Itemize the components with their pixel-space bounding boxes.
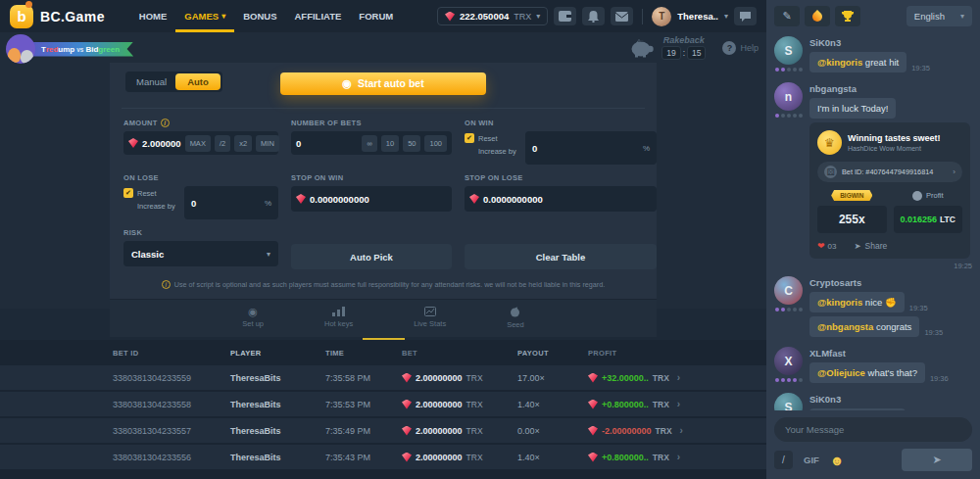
help-button[interactable]: ? Help (722, 41, 759, 55)
auto-pick-button[interactable]: Auto Pick (291, 244, 452, 269)
bets-infinity-button[interactable]: ∞ (362, 135, 376, 152)
avatar[interactable]: n (774, 82, 803, 111)
timer-separator: : (683, 48, 685, 58)
messages-button[interactable] (611, 7, 633, 25)
on-lose-input[interactable]: 0 % (184, 186, 278, 219)
chat-bubble: @Oliejuice what's that? (809, 362, 925, 383)
brand-name: BC.Game (40, 9, 105, 24)
bets-table: BET ID PLAYER TIME BET PAYOUT PROFIT 338… (0, 340, 766, 479)
profit-label: Profit (912, 191, 944, 201)
chevron-right-icon[interactable]: › (677, 452, 680, 462)
slash-command-button[interactable]: / (774, 451, 793, 469)
on-lose-reset-checkbox[interactable]: ✔ (123, 188, 133, 198)
stop-on-win-input[interactable]: 0.0000000000 (291, 186, 452, 212)
bet-id-link[interactable]: ⚄ Bet ID: #4076447949916814 › (817, 162, 962, 182)
bets-50-button[interactable]: 50 (403, 135, 420, 152)
stop-on-win-value: 0.0000000000 (310, 194, 447, 205)
chevron-down-icon[interactable]: ▾ (724, 12, 728, 21)
bets-100-button[interactable]: 100 (424, 135, 447, 152)
game-area: Tredump vs Bidgreen Rakeback 19 : 15 ? (0, 32, 766, 309)
bets-10-button[interactable]: 10 (381, 135, 399, 152)
promo-avatars (6, 34, 35, 64)
col-bet-id: BET ID (113, 349, 230, 358)
manual-mode-button[interactable]: Manual (127, 73, 175, 90)
emoji-button[interactable]: ☻ (830, 454, 845, 467)
chat-bubble-icon (739, 11, 752, 23)
balance-selector[interactable]: 222.050004 TRX ▾ (437, 7, 548, 25)
chat-rules-button[interactable]: ✎ (774, 6, 800, 26)
chevron-right-icon[interactable]: › (677, 399, 680, 409)
chat-username: SiK0n3 (809, 394, 972, 405)
brand-logo[interactable]: b (10, 5, 33, 28)
divider (122, 108, 645, 109)
language-select[interactable]: English ▾ (906, 6, 972, 26)
chat-message-input[interactable] (774, 417, 972, 442)
wallet-button[interactable] (554, 7, 576, 25)
seed-button[interactable]: Seed (507, 307, 524, 329)
gif-button[interactable]: GIF (804, 455, 819, 465)
nav-bonus[interactable]: BONUS (234, 0, 285, 32)
increase-by-label: Increase by (137, 202, 178, 211)
nav-forum[interactable]: FORUM (350, 0, 402, 32)
piggy-bank-icon[interactable] (629, 37, 655, 58)
dice-icon: ⚄ (824, 166, 837, 178)
stop-on-lose-input[interactable]: 0.0000000000 (465, 186, 657, 212)
avatar[interactable]: X (774, 347, 803, 375)
nav-games[interactable]: GAMES▾ (175, 0, 234, 32)
promo-banner[interactable]: Tredump vs Bidgreen (6, 34, 133, 64)
trx-coin-icon (296, 194, 306, 204)
amount-value: 2.000000 (142, 138, 181, 149)
heart-icon: ❤ (817, 241, 825, 251)
start-auto-bet-button[interactable]: ◉ Start auto bet (280, 72, 486, 95)
avatar[interactable]: S (774, 36, 803, 65)
chat-username: SiK0n3 (809, 37, 972, 48)
live-stats-button[interactable]: Live Stats (414, 307, 446, 329)
chat-input-area (766, 410, 980, 447)
share-button[interactable]: ➤Share (854, 241, 887, 251)
avatar[interactable]: C (774, 276, 803, 305)
mention[interactable]: @kingoris (817, 57, 862, 68)
chat-message: S SiK0n3 @kingoris great hit 19:35 (774, 36, 972, 76)
avatar[interactable]: S (774, 393, 803, 410)
mention[interactable]: @Oliejuice (817, 367, 865, 378)
table-row[interactable]: 3380381304233556 TheresaBits 7:35:43 PM … (0, 445, 766, 471)
promotions-button[interactable] (805, 6, 830, 26)
notifications-button[interactable] (582, 7, 605, 25)
risk-select[interactable]: Classic ▾ (123, 241, 278, 266)
on-win-input[interactable]: 0 % (525, 131, 657, 165)
table-row[interactable]: 3380381304233559 TheresaBits 7:35:58 PM … (0, 365, 766, 392)
trx-coin-icon (588, 400, 598, 409)
chevron-right-icon[interactable]: › (680, 425, 683, 436)
nav-home[interactable]: HOME (130, 0, 176, 32)
contest-button[interactable] (835, 6, 860, 26)
risk-field: RISK Classic ▾ (123, 228, 278, 269)
amount-double-button[interactable]: x2 (234, 135, 252, 152)
send-button[interactable]: ➤ (902, 449, 972, 471)
table-row[interactable]: 3380381304233557 TheresaBits 7:35:49 PM … (0, 418, 766, 445)
chat-toggle-button[interactable] (734, 7, 757, 25)
mention[interactable]: @nbgangsta (817, 321, 873, 332)
user-avatar[interactable]: T (652, 7, 671, 26)
number-of-bets-input[interactable]: 0 ∞ 10 50 100 (291, 131, 452, 155)
nav-affiliate[interactable]: AFFILIATE (286, 0, 351, 32)
chat-bubble: @kingoris great hit (809, 52, 906, 72)
table-row[interactable]: 3380381304233558 TheresaBits 7:35:53 PM … (0, 392, 766, 418)
rakeback-timer[interactable]: Rakeback 19 : 15 (662, 35, 706, 60)
stop-on-lose-field: STOP ON LOSE 0.0000000000 (465, 173, 657, 219)
chevron-right-icon[interactable]: › (677, 372, 680, 383)
on-win-reset-checkbox[interactable]: ✔ (465, 133, 474, 143)
auto-mode-button[interactable]: Auto (175, 73, 220, 90)
set-up-button[interactable]: ◉ Set up (242, 307, 264, 329)
like-button[interactable]: ❤03 (817, 241, 836, 251)
coin-icon (912, 191, 922, 201)
amount-max-button[interactable]: MAX (185, 135, 211, 152)
clear-table-button[interactable]: Clear Table (465, 244, 657, 269)
question-icon: ? (722, 41, 736, 55)
mention[interactable]: @kingoris (817, 297, 862, 308)
amount-min-button[interactable]: MIN (256, 135, 279, 152)
amount-half-button[interactable]: /2 (215, 135, 230, 152)
chat-bottom-bar: / GIF ☻ ➤ (766, 447, 980, 479)
hot-keys-button[interactable]: Hot keys (324, 307, 353, 329)
amount-input[interactable]: 2.000000 MAX /2 x2 MIN (123, 131, 278, 155)
info-icon: i (162, 280, 171, 289)
